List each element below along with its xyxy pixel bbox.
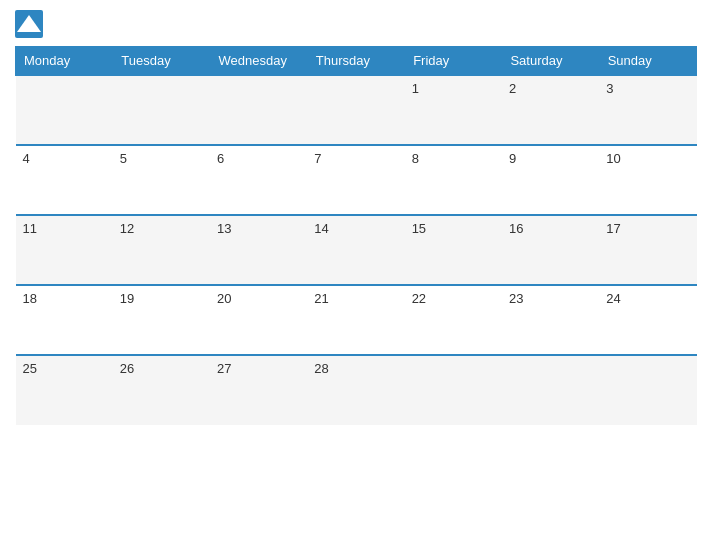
day-number: 22 xyxy=(412,291,426,306)
day-cell: 11 xyxy=(16,215,113,285)
day-number: 23 xyxy=(509,291,523,306)
day-cell: 26 xyxy=(113,355,210,425)
day-number: 5 xyxy=(120,151,127,166)
day-number: 12 xyxy=(120,221,134,236)
day-cell: 4 xyxy=(16,145,113,215)
day-cell: 9 xyxy=(502,145,599,215)
day-cell: 8 xyxy=(405,145,502,215)
day-cell: 1 xyxy=(405,75,502,145)
week-row-1: 123 xyxy=(16,75,697,145)
day-number: 14 xyxy=(314,221,328,236)
day-number: 17 xyxy=(606,221,620,236)
day-cell: 13 xyxy=(210,215,307,285)
day-cell: 10 xyxy=(599,145,696,215)
day-cell: 12 xyxy=(113,215,210,285)
week-row-3: 11121314151617 xyxy=(16,215,697,285)
day-cell: 3 xyxy=(599,75,696,145)
calendar-body: 1234567891011121314151617181920212223242… xyxy=(16,75,697,425)
day-cell: 19 xyxy=(113,285,210,355)
day-number: 15 xyxy=(412,221,426,236)
day-number: 27 xyxy=(217,361,231,376)
week-row-5: 25262728 xyxy=(16,355,697,425)
day-cell: 15 xyxy=(405,215,502,285)
day-number: 2 xyxy=(509,81,516,96)
day-cell: 24 xyxy=(599,285,696,355)
day-number: 9 xyxy=(509,151,516,166)
weekday-header-sunday: Sunday xyxy=(599,47,696,76)
day-cell: 17 xyxy=(599,215,696,285)
day-cell xyxy=(307,75,404,145)
day-number: 7 xyxy=(314,151,321,166)
day-number: 19 xyxy=(120,291,134,306)
day-cell: 25 xyxy=(16,355,113,425)
weekday-header-wednesday: Wednesday xyxy=(210,47,307,76)
day-cell: 20 xyxy=(210,285,307,355)
day-number: 10 xyxy=(606,151,620,166)
header xyxy=(15,10,697,38)
day-number: 20 xyxy=(217,291,231,306)
day-cell xyxy=(210,75,307,145)
day-number: 28 xyxy=(314,361,328,376)
day-number: 6 xyxy=(217,151,224,166)
day-cell: 2 xyxy=(502,75,599,145)
day-number: 3 xyxy=(606,81,613,96)
week-row-4: 18192021222324 xyxy=(16,285,697,355)
day-cell xyxy=(405,355,502,425)
day-cell: 6 xyxy=(210,145,307,215)
weekday-header-monday: Monday xyxy=(16,47,113,76)
day-cell: 7 xyxy=(307,145,404,215)
day-cell: 28 xyxy=(307,355,404,425)
day-cell xyxy=(113,75,210,145)
day-number: 8 xyxy=(412,151,419,166)
day-number: 13 xyxy=(217,221,231,236)
calendar-table: MondayTuesdayWednesdayThursdayFridaySatu… xyxy=(15,46,697,425)
day-cell xyxy=(599,355,696,425)
day-number: 26 xyxy=(120,361,134,376)
day-number: 16 xyxy=(509,221,523,236)
weekday-header-tuesday: Tuesday xyxy=(113,47,210,76)
day-number: 11 xyxy=(23,221,37,236)
day-cell: 5 xyxy=(113,145,210,215)
day-cell: 23 xyxy=(502,285,599,355)
week-row-2: 45678910 xyxy=(16,145,697,215)
logo xyxy=(15,10,45,38)
day-cell xyxy=(502,355,599,425)
calendar-header: MondayTuesdayWednesdayThursdayFridaySatu… xyxy=(16,47,697,76)
calendar-page: MondayTuesdayWednesdayThursdayFridaySatu… xyxy=(0,0,712,550)
day-cell: 18 xyxy=(16,285,113,355)
day-cell: 27 xyxy=(210,355,307,425)
day-number: 1 xyxy=(412,81,419,96)
day-cell-empty xyxy=(16,75,113,145)
day-cell: 16 xyxy=(502,215,599,285)
weekday-header-saturday: Saturday xyxy=(502,47,599,76)
day-cell: 14 xyxy=(307,215,404,285)
day-number: 25 xyxy=(23,361,37,376)
weekday-header-friday: Friday xyxy=(405,47,502,76)
day-cell: 22 xyxy=(405,285,502,355)
day-number: 18 xyxy=(23,291,37,306)
day-cell: 21 xyxy=(307,285,404,355)
logo-icon xyxy=(15,10,43,38)
weekday-header-thursday: Thursday xyxy=(307,47,404,76)
day-number: 24 xyxy=(606,291,620,306)
day-number: 4 xyxy=(23,151,30,166)
weekday-header-row: MondayTuesdayWednesdayThursdayFridaySatu… xyxy=(16,47,697,76)
day-number: 21 xyxy=(314,291,328,306)
